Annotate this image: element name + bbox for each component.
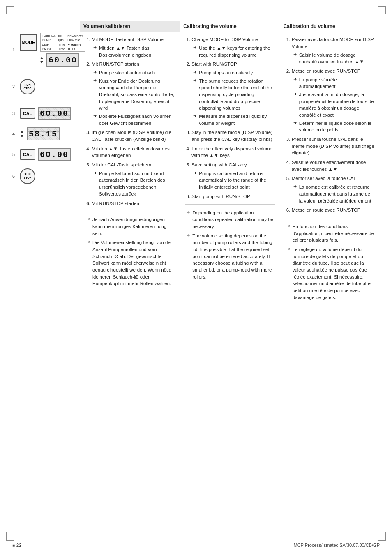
corner-mark-bl bbox=[6, 532, 14, 541]
run-stop-button-2[interactable]: RUN STOP bbox=[20, 79, 35, 94]
col-de-note-1: Je nach Anwendungsbedingungen kann mehrm… bbox=[87, 216, 175, 237]
display-1: 60.00 bbox=[46, 53, 79, 67]
col-header-en: Calibrating the volume bbox=[180, 21, 279, 32]
col-fr-note-1: En fonction des conditions d'application… bbox=[287, 223, 375, 244]
col-fr-bullet-5-1: La pompe est calibrée et retourne automa… bbox=[293, 184, 375, 204]
col-de-notes: Je nach Anwendungsbedingungen kann mehrm… bbox=[85, 211, 175, 287]
col-de-item-1: Mit MODE-Taste auf DISP Volume Mit den ▲… bbox=[92, 36, 175, 58]
col-en-bullet-2-3: Measure the dispensed liquid by volume o… bbox=[193, 113, 274, 127]
col-de-list: Mit MODE-Taste auf DISP Volume Mit den ▲… bbox=[85, 36, 175, 207]
col-en-bullet-2-1: Pump stops automatically bbox=[193, 69, 274, 76]
cal-button-5[interactable]: CAL bbox=[20, 149, 35, 160]
col-en-note-1: Depending on the application conditions … bbox=[187, 210, 274, 230]
step-num-6: 6 bbox=[12, 174, 17, 179]
col-fr-item-5: Mémoriser avec la touche CAL La pompe es… bbox=[292, 175, 375, 204]
display-4: 58.15 bbox=[27, 127, 60, 140]
col-de-item-5-text: Mit der CAL-Taste speichern bbox=[92, 162, 151, 167]
footer: 22 MCP Process/Ismatec SA/30.07.00/CB/GP bbox=[12, 540, 380, 548]
display-value-5: 60.00 bbox=[40, 150, 69, 159]
col-fr-item-5-text: Mémoriser avec la touche CAL bbox=[292, 176, 356, 181]
col-fr-bullet-1-1: Saisir le volume de dosage souhaité avec… bbox=[293, 52, 375, 65]
left-panel: 1 MODE TUBE I.D. mm PROGRAM bbox=[12, 21, 80, 303]
col-fr-item-3: Presser sur la touche CAL dans le même m… bbox=[292, 136, 375, 157]
col-fr-item-4: Saisir le volume effectivement dosé avec… bbox=[292, 159, 375, 173]
column-french: Calibration du volume Passer avec la tou… bbox=[280, 21, 380, 303]
hatch-overlay bbox=[39, 108, 70, 119]
cal-button-3[interactable]: CAL bbox=[20, 108, 35, 119]
content-area: 1 MODE TUBE I.D. mm PROGRAM bbox=[12, 16, 380, 303]
col-en-notes: Depending on the application conditions … bbox=[185, 204, 274, 281]
time1-label: Time bbox=[57, 42, 66, 47]
col-fr-bullet-2-2: Juste avant la fin du dosage, la pompe r… bbox=[293, 91, 375, 119]
col-de-bullet-2-3: Dosierte Flüssigkeit nach Volumen oder G… bbox=[93, 113, 175, 127]
step-num-3: 3 bbox=[12, 111, 17, 116]
col-en-list: Change MODE to DISP Volume Use the ▲▼ ke… bbox=[185, 36, 274, 200]
disp-label: DISP bbox=[41, 42, 57, 47]
col-en-bullet-2-2: The pump reduces the rotation speed shor… bbox=[193, 78, 274, 112]
hatch-overlay-4 bbox=[28, 128, 59, 140]
col-de-item-2: Mit RUN/STOP starten Pumpe stoppt automa… bbox=[92, 61, 175, 127]
col-de-item-3: Im gleichen Modus (DISP Volume) die CAL-… bbox=[92, 129, 175, 143]
col-fr-notes: En fonction des conditions d'application… bbox=[285, 218, 375, 301]
col-en-bullet-5-1: Pump is calibrated and returns automatic… bbox=[193, 170, 274, 191]
device-row-4: 4 ▲ ▼ 58.15 bbox=[12, 127, 76, 140]
col-de-item-2-text: Mit RUN/STOP starten bbox=[92, 62, 139, 67]
device-row-6: 6 RUN STOP bbox=[12, 168, 76, 184]
time2-label: Time bbox=[57, 47, 66, 52]
device-row-2: 2 RUN STOP bbox=[12, 79, 76, 94]
col-de-item-6: Mit RUN/STOP starten bbox=[92, 200, 175, 207]
col-en-item-2-text: Start with RUN/STOP bbox=[191, 62, 237, 67]
col-fr-item-6: Mettre en route avec RUN/STOP bbox=[292, 207, 375, 214]
col-en-item-1: Change MODE to DISP Volume Use the ▲▼ ke… bbox=[191, 36, 274, 58]
column-english: Calibrating the volume Change MODE to DI… bbox=[180, 21, 279, 303]
tube-mm: mm bbox=[57, 33, 66, 38]
step-num-5: 5 bbox=[12, 152, 17, 157]
corner-mark-tl bbox=[6, 6, 14, 14]
col-fr-bullet-2-1: La pompe s'arrête automatiquement bbox=[293, 76, 375, 90]
device-row-5: 5 CAL 60.00 bbox=[12, 148, 76, 161]
step-num-1: 1 bbox=[12, 47, 17, 52]
device-row-1: 1 MODE TUBE I.D. mm PROGRAM bbox=[12, 33, 76, 67]
rpm-label: rpm bbox=[57, 38, 66, 42]
display-5: 60.00 bbox=[38, 148, 71, 161]
arrow-up-down-1: ▲ ▼ bbox=[39, 55, 44, 64]
corner-mark-br bbox=[378, 532, 386, 541]
col-en-item-4: Enter the effectively dispensed volume w… bbox=[191, 145, 274, 159]
pause-label: PAUSE bbox=[41, 47, 57, 52]
device-row-3: 3 CAL 60.00 bbox=[12, 107, 76, 120]
col-en-header-text: Calibrating the volume bbox=[183, 23, 236, 29]
pump-label: PUMP bbox=[41, 38, 57, 42]
col-de-header-text: Volumen kalibrieren bbox=[83, 23, 130, 29]
col-fr-item-1: Passer avec la touche MODE sur DISP Volu… bbox=[292, 36, 375, 65]
column-german: Volumen kalibrieren Mit MODE-Taste auf D… bbox=[80, 21, 180, 303]
col-en-note-2: The volume setting depends on the number… bbox=[187, 233, 274, 281]
step-num-4: 4 bbox=[12, 131, 17, 136]
col-fr-item-2-text: Mettre en route avec RUN/STOP bbox=[292, 69, 361, 74]
col-de-bullet-1-1: Mit den ▲▼ Tasten das Dosiervolumen eing… bbox=[93, 45, 175, 58]
col-en-bullet-1-1: Use the ▲▼ keys for entering the require… bbox=[193, 45, 274, 58]
col-de-bullet-2-1: Pumpe stoppt automatisch bbox=[93, 69, 175, 76]
col-fr-item-2: Mettre en route avec RUN/STOP La pompe s… bbox=[292, 68, 375, 134]
col-en-item-5-text: Save setting with CAL-key bbox=[191, 162, 247, 167]
col-de-item-4: Mit den ▲▼ Tasten effektiv dosiertes Vol… bbox=[92, 145, 175, 159]
col-en-item-1-text: Change MODE to DISP Volume bbox=[191, 37, 258, 42]
page-number-value: 22 bbox=[16, 543, 21, 548]
col-fr-bullet-2-3: Déterminer le liquide dosé selon le volu… bbox=[293, 120, 375, 134]
mode-button[interactable]: MODE bbox=[20, 34, 37, 51]
run-stop-button-6[interactable]: RUN STOP bbox=[20, 168, 35, 184]
col-fr-list: Passer avec la touche MODE sur DISP Volu… bbox=[285, 36, 375, 213]
col-header-de: Volumen kalibrieren bbox=[80, 21, 180, 32]
corner-mark-tr bbox=[378, 6, 386, 14]
col-en-item-5: Save setting with CAL-key Pump is calibr… bbox=[191, 161, 274, 191]
page-number: 22 bbox=[12, 543, 21, 548]
col-de-bullet-5-1: Pumpe kalibriert sich und kehrt automati… bbox=[93, 170, 175, 198]
col-fr-item-1-text: Passer avec la touche MODE sur DISP Volu… bbox=[292, 37, 374, 49]
footer-doc: MCP Process/Ismatec SA/30.07.00/CB/GP bbox=[294, 543, 380, 548]
display-3: 60.00 bbox=[38, 107, 71, 120]
col-de-bullet-2-2: Kurz vor Ende der Dosierung verlangsamt … bbox=[93, 78, 175, 112]
tube-id-label: TUBE I.D. bbox=[41, 33, 57, 38]
col-en-item-6: Start pump with RUN/STOP bbox=[191, 193, 274, 200]
columns: Volumen kalibrieren Mit MODE-Taste auf D… bbox=[80, 21, 380, 303]
col-fr-header-text: Calibration du volume bbox=[284, 23, 335, 29]
col-en-item-2: Start with RUN/STOP Pump stops automatic… bbox=[191, 61, 274, 127]
